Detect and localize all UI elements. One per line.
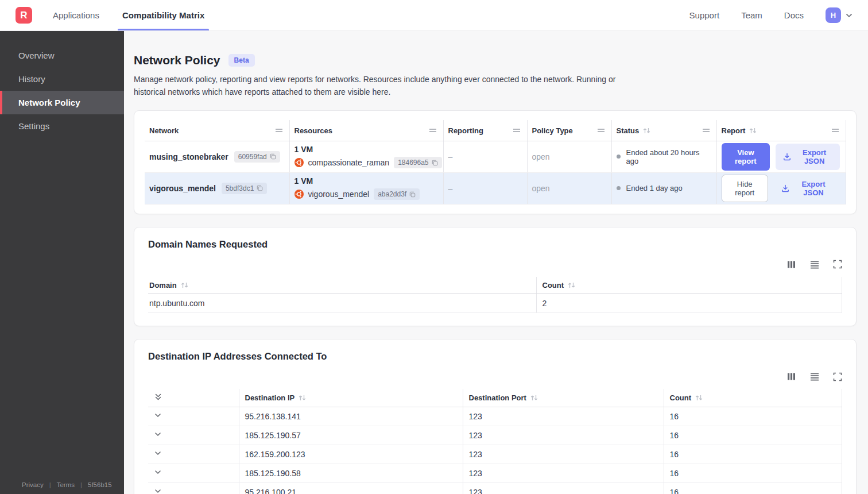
column-header-expand-all[interactable]	[148, 389, 239, 407]
sidebar-item-network-policy[interactable]: Network Policy	[0, 91, 124, 114]
count-cell: 16	[664, 483, 842, 494]
page-title: Network Policy	[134, 53, 220, 67]
rows-icon[interactable]	[809, 372, 820, 381]
ip-cell: 185.125.190.57	[239, 426, 463, 445]
column-handle-icon[interactable]	[274, 126, 284, 134]
networks-table-card: Network Resources Reporting Policy Type …	[134, 110, 857, 214]
column-handle-icon[interactable]	[702, 126, 711, 134]
domains-table: Domain Count ntp.ubuntu.com 2	[148, 277, 842, 314]
column-header-reporting[interactable]: Reporting	[443, 120, 527, 141]
sort-arrows-icon[interactable]	[530, 394, 538, 402]
column-handle-icon[interactable]	[512, 126, 521, 134]
tab-compatibility-matrix[interactable]: Compatibility Matrix	[121, 0, 206, 30]
ubuntu-logo-icon	[294, 190, 304, 199]
view-report-button[interactable]: View report	[722, 143, 770, 171]
nav-link-support[interactable]: Support	[689, 10, 720, 20]
build-id: 5f56b15	[88, 481, 112, 488]
copy-icon[interactable]	[257, 185, 263, 191]
export-json-button[interactable]: Export JSON	[776, 144, 840, 170]
nav-link-team[interactable]: Team	[741, 10, 762, 20]
domain-row: ntp.ubuntu.com 2	[148, 294, 842, 313]
sort-arrows-icon[interactable]	[642, 127, 651, 134]
resource-name: compassionate_raman	[308, 158, 390, 167]
copy-icon[interactable]	[409, 191, 416, 198]
column-label: Resources	[294, 126, 332, 135]
destination-row: 185.125.190.58 123 16	[148, 464, 842, 483]
column-label: Domain	[149, 281, 177, 290]
user-menu[interactable]: H	[826, 7, 853, 23]
destination-row: 95.216.100.21 123 16	[148, 483, 842, 494]
nav-link-docs[interactable]: Docs	[784, 10, 804, 20]
sort-arrows-icon[interactable]	[180, 281, 189, 289]
column-header-resources[interactable]: Resources	[289, 120, 443, 141]
download-icon	[781, 184, 789, 192]
columns-icon[interactable]	[786, 260, 796, 269]
sort-arrows-icon[interactable]	[298, 394, 307, 402]
column-header-network[interactable]: Network	[145, 120, 289, 141]
column-header-count[interactable]: Count	[664, 389, 842, 407]
network-row[interactable]: musing_stonebraker60959fad 1 VMcompassio…	[145, 141, 846, 172]
copy-icon[interactable]	[270, 153, 276, 160]
column-header-status[interactable]: Status	[611, 120, 716, 141]
column-header-domain[interactable]: Domain	[148, 277, 536, 294]
table-toolbar	[148, 260, 842, 269]
vm-count: 1 VM	[294, 145, 437, 154]
column-label: Policy Type	[532, 126, 573, 135]
export-json-button[interactable]: Export JSON	[774, 175, 840, 202]
avatar[interactable]: H	[826, 7, 841, 23]
count-cell: 16	[664, 407, 842, 426]
column-handle-icon[interactable]	[596, 126, 606, 134]
terms-link[interactable]: Terms	[57, 481, 75, 488]
privacy-link[interactable]: Privacy	[22, 481, 44, 488]
column-handle-icon[interactable]	[428, 126, 437, 134]
row-expand-icon[interactable]	[154, 487, 162, 494]
divider: |	[49, 481, 51, 488]
fullscreen-icon[interactable]	[833, 372, 842, 381]
domains-card: Domain Names Requested Domain Count ntp.…	[134, 227, 857, 327]
top-navbar: R Applications Compatibility Matrix Supp…	[0, 0, 868, 31]
count-cell: 16	[664, 445, 842, 464]
row-expand-icon[interactable]	[154, 468, 162, 476]
networks-table: Network Resources Reporting Policy Type …	[145, 120, 846, 204]
column-label: Count	[542, 281, 564, 290]
row-expand-icon[interactable]	[154, 449, 162, 457]
column-header-destination-ip[interactable]: Destination IP	[239, 389, 463, 407]
sidebar-footer: Privacy | Terms | 5f56b15	[0, 481, 124, 488]
copy-icon[interactable]	[432, 160, 438, 166]
reporting-cell: –	[443, 172, 527, 204]
column-header-report[interactable]: Report	[716, 120, 846, 141]
download-icon	[783, 153, 791, 161]
columns-icon[interactable]	[786, 372, 796, 381]
sidebar-item-history[interactable]: History	[0, 67, 124, 91]
row-expand-icon[interactable]	[154, 411, 162, 419]
ip-cell: 185.125.190.58	[239, 464, 463, 483]
resource-id-badge: 184696a5	[394, 157, 441, 168]
column-header-count[interactable]: Count	[536, 277, 842, 294]
column-label: Report	[722, 126, 746, 135]
column-header-policy-type[interactable]: Policy Type	[527, 120, 611, 141]
sort-arrows-icon[interactable]	[567, 281, 576, 289]
rows-icon[interactable]	[809, 260, 820, 269]
chevron-down-icon[interactable]	[845, 11, 853, 20]
destinations-card: Destination IP Addresses Connected To De…	[134, 339, 857, 494]
destination-row: 95.216.138.141 123 16	[148, 407, 842, 426]
network-row-selected[interactable]: vigorous_mendel5bdf3dc1 1 VMvigorous_men…	[145, 172, 846, 204]
sidebar-item-overview[interactable]: Overview	[0, 44, 124, 67]
column-handle-icon[interactable]	[831, 126, 840, 134]
hide-report-button[interactable]: Hide report	[722, 175, 768, 202]
count-cell: 16	[664, 426, 842, 445]
column-label: Network	[149, 126, 179, 135]
expand-all-icon[interactable]	[154, 392, 162, 402]
fullscreen-icon[interactable]	[833, 260, 842, 269]
sidebar: Overview History Network Policy Settings…	[0, 31, 124, 494]
sort-arrows-icon[interactable]	[695, 394, 703, 402]
divider: |	[80, 481, 82, 488]
destination-row: 185.125.190.57 123 16	[148, 426, 842, 445]
sidebar-item-settings[interactable]: Settings	[0, 114, 124, 138]
brand-logo[interactable]: R	[16, 7, 32, 24]
row-expand-icon[interactable]	[154, 430, 162, 438]
tab-applications[interactable]: Applications	[52, 0, 100, 30]
primary-nav: Applications Compatibility Matrix	[52, 0, 206, 30]
column-header-destination-port[interactable]: Destination Port	[463, 389, 664, 407]
sort-arrows-icon[interactable]	[749, 127, 757, 134]
